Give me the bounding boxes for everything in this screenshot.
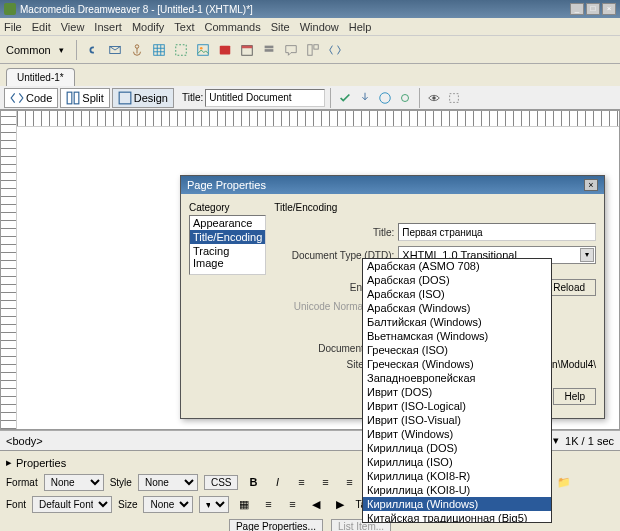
italic-button[interactable]: I	[268, 473, 286, 491]
email-icon[interactable]	[106, 41, 124, 59]
chevron-down-icon[interactable]: ▾	[59, 45, 69, 55]
date-icon[interactable]	[238, 41, 256, 59]
menu-text[interactable]: Text	[174, 21, 194, 33]
text-color-icon[interactable]: ▦	[235, 495, 253, 513]
help-button[interactable]: Help	[553, 388, 596, 405]
hyperlink-icon[interactable]	[84, 41, 102, 59]
insert-category-label[interactable]: Common	[6, 44, 51, 56]
encoding-option[interactable]: Вьетнамская (Windows)	[363, 329, 551, 343]
ordered-list-icon[interactable]: ≡	[283, 495, 301, 513]
menu-help[interactable]: Help	[349, 21, 372, 33]
category-item[interactable]: Title/Encoding	[190, 230, 265, 244]
encoding-option[interactable]: Арабская (Windows)	[363, 301, 551, 315]
document-title-input[interactable]	[205, 89, 325, 107]
menu-commands[interactable]: Commands	[204, 21, 260, 33]
encoding-option[interactable]: Кириллица (KOI8-R)	[363, 469, 551, 483]
split-view-button[interactable]: Split	[60, 88, 109, 108]
comment-icon[interactable]	[282, 41, 300, 59]
size-label: Size	[118, 499, 137, 510]
page-properties-button[interactable]: Page Properties...	[229, 519, 323, 531]
menubar: FileEditViewInsertModifyTextCommandsSite…	[0, 18, 620, 36]
image-icon[interactable]	[194, 41, 212, 59]
file-mgmt-icon[interactable]	[356, 89, 374, 107]
encoding-option[interactable]: Балтийская (Windows)	[363, 315, 551, 329]
tag-chooser-icon[interactable]	[326, 41, 344, 59]
format-select[interactable]: None	[44, 474, 104, 491]
design-view-button[interactable]: Design	[112, 88, 174, 108]
svg-rect-14	[74, 92, 79, 104]
encoding-option[interactable]: Арабская (ISO)	[363, 287, 551, 301]
encoding-option[interactable]: Арабская (ASMO 708)	[363, 259, 551, 273]
title-field-label: Title:	[274, 227, 394, 238]
document-tab[interactable]: Untitled-1*	[6, 68, 75, 86]
category-item[interactable]: Tracing Image	[190, 244, 265, 270]
preview-icon[interactable]	[376, 89, 394, 107]
encoding-dropdown[interactable]: Арабская (ASMO 708)Арабская (DOS)Арабска…	[362, 258, 552, 523]
align-center-icon[interactable]: ≡	[316, 473, 334, 491]
close-button[interactable]: ×	[602, 3, 616, 15]
category-item[interactable]: Appearance	[190, 216, 265, 230]
div-icon[interactable]	[172, 41, 190, 59]
encoding-option[interactable]: Китайская традиционная (Big5)	[363, 511, 551, 523]
svg-rect-10	[264, 49, 273, 52]
encoding-option[interactable]: Арабская (DOS)	[363, 273, 551, 287]
media-icon[interactable]	[216, 41, 234, 59]
expand-icon[interactable]: ▸	[6, 456, 12, 469]
svg-rect-9	[264, 45, 273, 48]
encoding-option[interactable]: Кириллица (Windows)	[363, 497, 551, 511]
menu-view[interactable]: View	[61, 21, 85, 33]
outdent-icon[interactable]: ◀	[307, 495, 325, 513]
minimize-button[interactable]: _	[570, 3, 584, 15]
document-toolbar: Code Split Design Title:	[0, 86, 620, 110]
view-options-icon[interactable]	[425, 89, 443, 107]
align-left-icon[interactable]: ≡	[292, 473, 310, 491]
tag-selector[interactable]: <body>	[6, 435, 375, 447]
visual-aids-icon[interactable]	[445, 89, 463, 107]
refresh-icon[interactable]	[396, 89, 414, 107]
indent-icon[interactable]: ▶	[331, 495, 349, 513]
encoding-option[interactable]: Западноевропейская	[363, 371, 551, 385]
menu-edit[interactable]: Edit	[32, 21, 51, 33]
encoding-option[interactable]: Иврит (Windows)	[363, 427, 551, 441]
section-heading: Title/Encoding	[274, 202, 596, 213]
category-list[interactable]: AppearanceTitle/EncodingTracing Image	[189, 215, 266, 275]
anchor-icon[interactable]	[128, 41, 146, 59]
style-label: Style	[110, 477, 132, 488]
download-size: 1K / 1 sec	[565, 435, 614, 447]
code-view-button[interactable]: Code	[4, 88, 58, 108]
style-select[interactable]: None	[138, 474, 198, 491]
title-field-input[interactable]	[398, 223, 596, 241]
dialog-title: Page Properties	[187, 179, 266, 191]
menu-modify[interactable]: Modify	[132, 21, 164, 33]
size-select[interactable]: None	[143, 496, 193, 513]
templates-icon[interactable]	[304, 41, 322, 59]
dialog-close-button[interactable]: ×	[584, 179, 598, 191]
menu-site[interactable]: Site	[271, 21, 290, 33]
server-icon[interactable]	[260, 41, 278, 59]
maximize-button[interactable]: □	[586, 3, 600, 15]
encoding-option[interactable]: Кириллица (ISO)	[363, 455, 551, 469]
encoding-option[interactable]: Иврит (ISO-Logical)	[363, 399, 551, 413]
validate-icon[interactable]	[336, 89, 354, 107]
bold-button[interactable]: B	[244, 473, 262, 491]
svg-point-5	[200, 46, 203, 49]
table-icon[interactable]	[150, 41, 168, 59]
app-logo-icon	[4, 3, 16, 15]
align-right-icon[interactable]: ≡	[340, 473, 358, 491]
menu-window[interactable]: Window	[300, 21, 339, 33]
font-select[interactable]: Default Font	[32, 496, 112, 513]
size-unit-select[interactable]: ▾	[199, 496, 229, 513]
browse-folder-icon[interactable]: 📁	[555, 473, 573, 491]
encoding-option[interactable]: Кириллица (KOI8-U)	[363, 483, 551, 497]
menu-file[interactable]: File	[4, 21, 22, 33]
svg-rect-13	[67, 92, 72, 104]
encoding-option[interactable]: Иврит (ISO-Visual)	[363, 413, 551, 427]
encoding-option[interactable]: Греческая (ISO)	[363, 343, 551, 357]
css-button[interactable]: CSS	[204, 475, 239, 490]
unordered-list-icon[interactable]: ≡	[259, 495, 277, 513]
encoding-option[interactable]: Греческая (Windows)	[363, 357, 551, 371]
encoding-option[interactable]: Иврит (DOS)	[363, 385, 551, 399]
menu-insert[interactable]: Insert	[94, 21, 122, 33]
encoding-option[interactable]: Кириллица (DOS)	[363, 441, 551, 455]
app-titlebar: Macromedia Dreamweaver 8 - [Untitled-1 (…	[0, 0, 620, 18]
